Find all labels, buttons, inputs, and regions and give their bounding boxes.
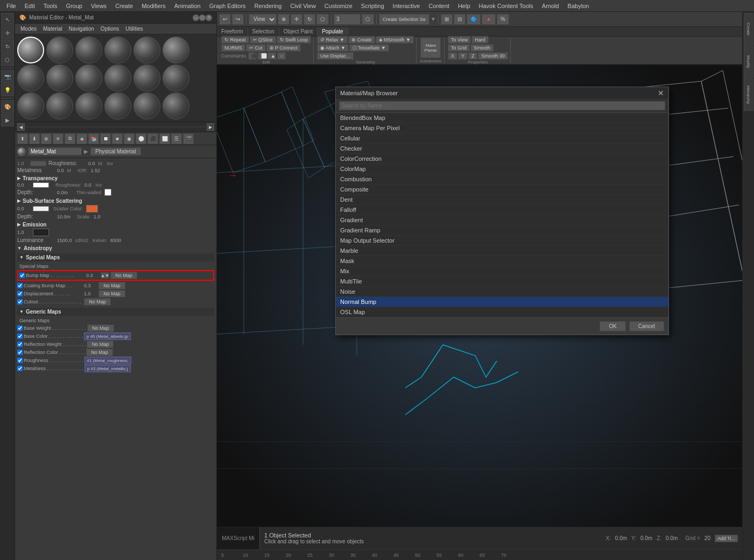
special-maps-section[interactable]: ▼ Special Maps <box>17 253 214 261</box>
ribbon-constraint-edge[interactable]: ⬛ <box>248 52 257 60</box>
menu-tools[interactable]: Tools <box>39 2 62 10</box>
menu-graph-editors[interactable]: Graph Editors <box>205 2 250 10</box>
ribbon-constraint-face[interactable]: ⬜ <box>258 52 266 60</box>
filter-btn[interactable]: ⊞ <box>441 14 453 25</box>
bump-map-spinner[interactable]: ▲▼ <box>101 272 109 279</box>
metalness2-btn[interactable]: p #2 (Metal_metallic.j <box>84 365 131 372</box>
move-btn[interactable]: ✛ <box>291 14 302 25</box>
mat-preview-9[interactable] <box>104 65 131 91</box>
ribbon-to-grid[interactable]: To Grid <box>448 44 470 52</box>
base-color-btn[interactable]: p #0 (Metal_albedo.jp <box>84 332 131 340</box>
cutout-btn[interactable]: No Map <box>84 298 111 306</box>
mat-type-button[interactable]: Physical Material <box>90 147 141 155</box>
left-btn-mat-editor[interactable]: 🎨 <box>1 100 14 113</box>
emission-color[interactable] <box>33 229 49 236</box>
menu-rendering[interactable]: Rendering <box>250 2 286 10</box>
ribbon-smooth30[interactable]: Smooth 30 <box>478 52 508 60</box>
mat-menu-material[interactable]: Material <box>40 25 66 32</box>
list-item-normal-bump[interactable]: Normal Bump <box>336 297 668 307</box>
mat-preview-10[interactable] <box>133 65 160 91</box>
mat-preview-7[interactable] <box>46 65 73 91</box>
rotate-btn[interactable]: ↻ <box>304 14 315 25</box>
menu-content[interactable]: Content <box>424 2 454 10</box>
ribbon-p-connect[interactable]: ⊕ P Connect <box>266 44 301 52</box>
per-snap-btn[interactable]: % <box>497 14 509 25</box>
mat-preview-5[interactable] <box>163 37 189 63</box>
list-item-multitile[interactable]: MultiTile <box>336 277 668 287</box>
ribbon-smooth[interactable]: Smooth <box>470 44 494 52</box>
list-item-mask[interactable]: Mask <box>336 256 668 266</box>
list-item-gradient[interactable]: Gradient <box>336 215 668 225</box>
mat-editor-close[interactable]: ✕ <box>206 15 212 21</box>
ribbon-z-btn[interactable]: Z <box>468 52 478 60</box>
left-btn-move[interactable]: ✛ <box>1 26 14 39</box>
ribbon-tessellate[interactable]: ⬡ Tessellate ▼ <box>349 44 389 52</box>
list-item-osl-map[interactable]: OSL Map <box>336 307 668 317</box>
dialog-close-btn[interactable]: ✕ <box>658 89 664 97</box>
ribbon-msmooth[interactable]: ◈ MSmooth ▼ <box>376 36 414 44</box>
sss-color[interactable] <box>33 206 49 211</box>
ribbon-to-view[interactable]: To View <box>448 36 471 44</box>
menu-interactive[interactable]: Interactive <box>389 2 425 10</box>
coating-bump-check[interactable] <box>17 283 23 288</box>
list-item-falloff[interactable]: Falloff <box>336 205 668 215</box>
thin-walled-check[interactable] <box>104 189 111 196</box>
left-btn-light[interactable]: 💡 <box>1 83 14 96</box>
refl-weight-btn[interactable]: No Map <box>87 341 114 348</box>
left-btn-rotate[interactable]: ↻ <box>1 40 14 53</box>
ribbon-constraint-off[interactable]: ○ <box>277 52 286 60</box>
ribbon-tab-object-paint[interactable]: Object Paint <box>279 27 318 36</box>
metalness2-check[interactable] <box>17 366 23 371</box>
ang-snap-btn[interactable]: 🔺 <box>482 14 496 25</box>
mat-editor-maximize[interactable]: □ <box>199 15 206 21</box>
refl-color-btn[interactable]: No Map <box>86 349 113 356</box>
sss-section[interactable]: ▶ Sub-Surface Scattering <box>17 198 214 204</box>
roughness2-check[interactable] <box>17 358 23 363</box>
scatter-color-swatch[interactable] <box>86 205 98 212</box>
mat-menu-options[interactable]: Options <box>97 25 122 32</box>
mat-menu-navigation[interactable]: Navigation <box>66 25 97 32</box>
mat-preview-15[interactable] <box>104 93 131 119</box>
menu-customize[interactable]: Customize <box>320 2 357 10</box>
redo-btn[interactable]: ↪ <box>232 14 244 25</box>
mat-preview-12[interactable] <box>17 93 44 119</box>
menu-group[interactable]: Group <box>61 2 87 10</box>
mat-preview-13[interactable] <box>46 93 73 119</box>
scale-btn[interactable]: ⬡ <box>316 14 329 25</box>
ribbon-hard[interactable]: Hard <box>471 36 489 44</box>
ribbon-tab-freeform[interactable]: Freeform <box>217 27 248 36</box>
toolbar-assign-material[interactable]: ⊕ <box>41 133 52 144</box>
ribbon-repeat[interactable]: ↻ Repeat <box>221 36 249 44</box>
refl-weight-check[interactable] <box>17 342 23 347</box>
ribbon-y-btn[interactable]: Y <box>458 52 468 60</box>
ribbon-cut[interactable]: ✂ Cut <box>246 44 266 52</box>
list-item-camera-map[interactable]: Camera Map Per Pixel <box>336 123 668 133</box>
make-planar-btn[interactable]: Make Planar <box>420 38 441 58</box>
displacement-btn[interactable]: No Map <box>98 290 125 297</box>
toolbar-copy[interactable]: ⧉ <box>65 133 75 144</box>
dialog-search-input[interactable] <box>339 101 665 110</box>
anisotropy-section[interactable]: ▼ Anisotropy <box>17 245 214 251</box>
transparency-color[interactable] <box>33 182 49 188</box>
menu-scripting[interactable]: Scripting <box>357 2 389 10</box>
list-item-map-output[interactable]: Map Output Selector <box>336 236 668 246</box>
mat-preview-16[interactable] <box>133 93 160 119</box>
far-right-create[interactable]: Create <box>744 13 753 45</box>
transparency-section[interactable]: ▶ Transparency <box>17 175 214 181</box>
ref-coord-btn[interactable]: ⬡ <box>362 14 374 25</box>
bump-map-check[interactable] <box>19 273 25 278</box>
ribbon-qslice[interactable]: ✂ QSlice <box>250 36 276 44</box>
cutout-check[interactable] <box>17 299 23 304</box>
toolbar-video-color[interactable]: 🎬 <box>183 133 194 144</box>
scroll-left-btn[interactable]: ◀ <box>17 123 25 131</box>
list-item-marble[interactable]: Marble <box>336 246 668 256</box>
mat-menu-utilities[interactable]: Utilities <box>122 25 146 32</box>
roughness2-btn[interactable]: #1 (Metal_roughness. <box>84 357 131 364</box>
menu-help[interactable]: Help <box>454 2 475 10</box>
toolbar-get-material[interactable]: ⬆ <box>17 133 28 144</box>
select-btn[interactable]: ⊕ <box>278 14 290 25</box>
menu-edit[interactable]: Edit <box>20 2 39 10</box>
toolbar-make-unique[interactable]: ◈ <box>76 133 87 144</box>
list-item-checker[interactable]: Checker <box>336 144 668 154</box>
dialog-cancel-btn[interactable]: Cancel <box>629 321 664 331</box>
